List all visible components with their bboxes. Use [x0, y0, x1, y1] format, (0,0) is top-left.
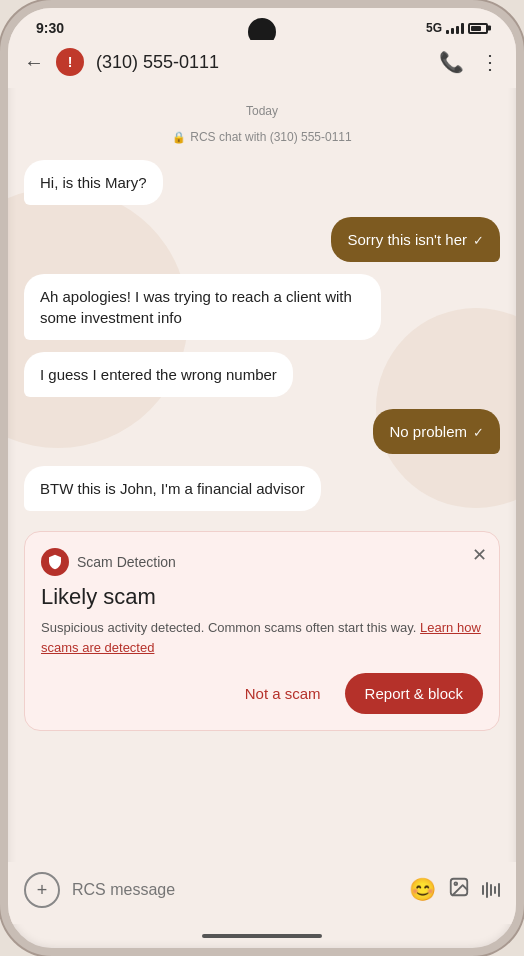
app-header: ← ! (310) 555-0111 📞 ⋮	[8, 40, 516, 88]
scam-detection-label: Scam Detection	[77, 554, 176, 570]
phone-frame: 9:30 5G ← ! (310) 555-0111 📞 ⋮ Today 🔒 R…	[0, 0, 524, 956]
waveform-icon	[482, 882, 500, 898]
header-actions: 📞 ⋮	[439, 50, 500, 74]
chat-area: Today 🔒 RCS chat with (310) 555-0111 Hi,…	[8, 88, 516, 862]
message-text: I guess I entered the wrong number	[40, 366, 277, 383]
rcs-label-text: RCS chat with (310) 555-0111	[190, 130, 351, 144]
report-and-block-button[interactable]: Report & block	[345, 673, 483, 714]
lock-icon: 🔒	[172, 131, 186, 144]
message-text: Sorry this isn't her	[347, 229, 467, 250]
message-row: Sorry this isn't her ✓	[24, 217, 500, 262]
alert-icon: !	[56, 48, 84, 76]
image-button[interactable]	[448, 876, 470, 904]
checkmark-icon: ✓	[473, 232, 484, 250]
not-a-scam-button[interactable]: Not a scam	[233, 677, 333, 710]
emoji-button[interactable]: 😊	[409, 877, 436, 903]
message-text: Hi, is this Mary?	[40, 174, 147, 191]
scam-card-header: Scam Detection ✕	[41, 548, 483, 576]
outgoing-bubble: Sorry this isn't her ✓	[331, 217, 500, 262]
voice-waveform-button[interactable]	[482, 882, 500, 898]
scam-actions: Not a scam Report & block	[41, 673, 483, 714]
message-input[interactable]	[72, 881, 397, 899]
status-bar: 9:30 5G	[8, 8, 516, 40]
contact-number: (310) 555-0111	[96, 52, 427, 73]
svg-point-1	[454, 882, 457, 885]
status-time: 9:30	[36, 20, 64, 36]
message-row: Hi, is this Mary?	[24, 160, 500, 205]
scam-title: Likely scam	[41, 584, 483, 610]
home-bar	[8, 924, 516, 948]
incoming-bubble: Ah apologies! I was trying to reach a cl…	[24, 274, 381, 340]
add-attachment-button[interactable]: +	[24, 872, 60, 908]
message-text: BTW this is John, I'm a financial adviso…	[40, 480, 305, 497]
plus-icon: +	[37, 880, 48, 901]
rcs-label: 🔒 RCS chat with (310) 555-0111	[24, 130, 500, 144]
message-text: Ah apologies! I was trying to reach a cl…	[40, 288, 352, 326]
status-indicators: 5G	[426, 21, 488, 35]
back-button[interactable]: ←	[24, 51, 44, 74]
more-options-button[interactable]: ⋮	[480, 50, 500, 74]
message-text: No problem	[389, 421, 467, 442]
incoming-bubble: Hi, is this Mary?	[24, 160, 163, 205]
outgoing-bubble: No problem ✓	[373, 409, 500, 454]
incoming-bubble: BTW this is John, I'm a financial adviso…	[24, 466, 321, 511]
date-separator: Today	[24, 104, 500, 118]
signal-bars	[446, 22, 464, 34]
phone-button[interactable]: 📞	[439, 50, 464, 74]
scam-detection-card: Scam Detection ✕ Likely scam Suspicious …	[24, 531, 500, 731]
input-bar: + 😊	[8, 862, 516, 924]
incoming-bubble: I guess I entered the wrong number	[24, 352, 293, 397]
message-row: No problem ✓	[24, 409, 500, 454]
scam-shield-icon	[41, 548, 69, 576]
message-row: I guess I entered the wrong number	[24, 352, 500, 397]
scam-description: Suspicious activity detected. Common sca…	[41, 618, 483, 657]
message-row: BTW this is John, I'm a financial adviso…	[24, 466, 500, 511]
scam-description-text: Suspicious activity detected. Common sca…	[41, 620, 416, 635]
checkmark-icon: ✓	[473, 424, 484, 442]
scam-close-button[interactable]: ✕	[472, 544, 487, 566]
network-type: 5G	[426, 21, 442, 35]
home-indicator	[202, 934, 322, 938]
message-row: Ah apologies! I was trying to reach a cl…	[24, 274, 500, 340]
battery-icon	[468, 23, 488, 34]
battery-fill	[471, 26, 481, 31]
